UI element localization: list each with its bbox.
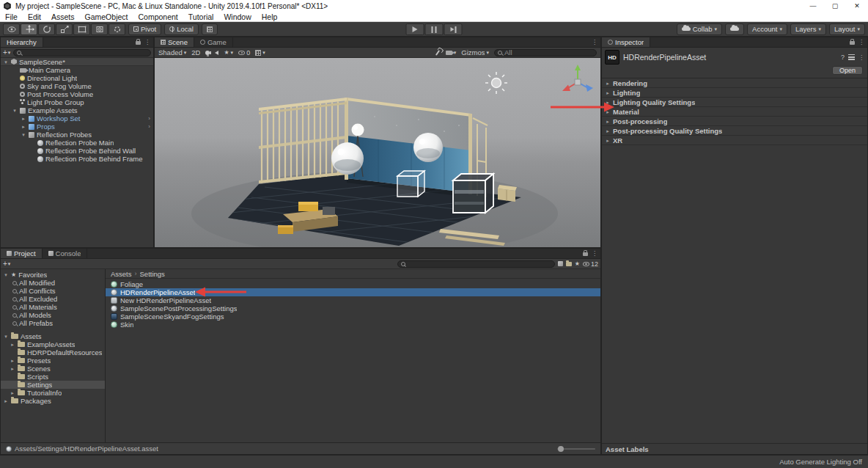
foldout-closed-icon[interactable]: ▸ <box>10 342 15 347</box>
minimize-button[interactable]: — <box>802 0 824 12</box>
kebab-menu-icon[interactable]: ⋮ <box>858 39 864 45</box>
tab-inspector[interactable]: Inspector <box>602 37 650 47</box>
scale-tool-button[interactable] <box>56 23 73 35</box>
menu-assets[interactable]: Assets <box>46 12 80 21</box>
tab-hierarchy[interactable]: Hierarchy <box>1 37 43 47</box>
help-icon[interactable]: ? <box>841 54 845 61</box>
component-tools-button[interactable] <box>435 50 441 56</box>
open-asset-button[interactable]: Open <box>832 66 863 75</box>
favorites-root[interactable]: ▾★Favorites <box>1 271 105 279</box>
file-samplesceneskyandfogsettings[interactable]: SampleSceneSkyandFogSettings <box>106 312 600 321</box>
inspector-section-rendering[interactable]: ▸Rendering <box>602 78 867 88</box>
file-skin[interactable]: Skin <box>106 321 600 329</box>
foldout-open-icon[interactable]: ▾ <box>21 132 26 137</box>
scene-effects-dropdown[interactable]: ★▾ <box>224 50 233 56</box>
rotate-tool-button[interactable] <box>38 23 55 35</box>
lock-icon[interactable] <box>850 41 855 45</box>
favorite-all-modified[interactable]: All Modified <box>1 279 105 287</box>
favorite-all-models[interactable]: All Models <box>1 311 105 319</box>
file-foliage[interactable]: Foliage <box>106 280 600 288</box>
hierarchy-item-light-probe-group[interactable]: ▸Light Probe Group <box>1 98 153 106</box>
file-new-hdrenderpipelineasset[interactable]: New HDRenderPipelineAsset <box>106 296 600 304</box>
file-hdrenderpipelineasset[interactable]: HDRenderPipelineAsset <box>106 288 600 296</box>
project-folder-exampleassets[interactable]: ▸ExampleAssets <box>1 340 105 348</box>
project-folder-hdrpdefaultresources[interactable]: ▸HDRPDefaultResources <box>1 348 105 357</box>
hierarchy-item-reflection-probe-behind-frame[interactable]: ▸Reflection Probe Behind Frame <box>1 155 153 163</box>
inspector-section-post-processing[interactable]: ▸Post-processing <box>602 117 867 126</box>
foldout-closed-icon[interactable]: ▸ <box>605 100 611 105</box>
rect-tool-button[interactable] <box>73 23 90 35</box>
hierarchy-item-example-assets[interactable]: ▾Example Assets <box>1 106 153 114</box>
scene-viewport[interactable] <box>155 58 600 247</box>
kebab-menu-icon[interactable]: ⋮ <box>592 39 597 45</box>
view-tool-button[interactable] <box>3 23 20 35</box>
grid-snap-button[interactable] <box>202 23 218 35</box>
foldout-closed-icon[interactable]: ▸ <box>21 124 26 129</box>
menu-component[interactable]: Component <box>133 12 183 21</box>
inspector-section-lighting[interactable]: ▸Lighting <box>602 88 867 98</box>
inspector-section-lighting-quality-settings[interactable]: ▸Lighting Quality Settings <box>602 98 867 107</box>
project-folder-presets[interactable]: ▸Presets <box>1 357 105 365</box>
thumbnail-zoom-slider[interactable] <box>557 443 595 454</box>
close-button[interactable]: ✕ <box>846 0 868 12</box>
foldout-closed-icon[interactable]: ▸ <box>605 128 611 134</box>
presets-icon[interactable] <box>848 54 855 60</box>
foldout-open-icon[interactable]: ▾ <box>3 272 9 277</box>
foldout-open-icon[interactable]: ▾ <box>3 334 9 339</box>
maximize-button[interactable]: ▢ <box>824 0 846 12</box>
layers-dropdown[interactable]: Layers▾ <box>790 23 826 35</box>
foldout-closed-icon[interactable]: ▸ <box>3 398 9 403</box>
auto-generate-lighting-toggle[interactable]: Auto Generate Lighting Off <box>779 458 862 466</box>
menu-edit[interactable]: Edit <box>23 12 46 21</box>
menu-gameobject[interactable]: GameObject <box>80 12 133 21</box>
draw-mode-dropdown[interactable]: Shaded▾ <box>158 48 186 56</box>
hierarchy-item-reflection-probe-main[interactable]: ▸Reflection Probe Main <box>1 139 153 147</box>
inspector-section-post-processing-quality-settings[interactable]: ▸Post-processing Quality Settings <box>602 126 867 136</box>
hierarchy-scene-row[interactable]: ▾ SampleScene* <box>1 58 153 66</box>
prefab-open-icon[interactable]: › <box>148 115 150 122</box>
breadcrumb-assets[interactable]: Assets <box>111 270 132 278</box>
inspector-section-xr[interactable]: ▸XR <box>602 136 867 145</box>
foldout-closed-icon[interactable]: ▸ <box>10 390 15 395</box>
save-search-button[interactable]: ★ <box>575 261 580 267</box>
project-folder-tutorialinfo[interactable]: ▸TutorialInfo <box>1 389 105 397</box>
search-by-label-button[interactable] <box>566 262 572 266</box>
foldout-closed-icon[interactable]: ▸ <box>605 109 611 114</box>
pivot-toggle[interactable]: Pivot <box>128 23 161 35</box>
scene-visibility-toggle[interactable]: 0 <box>238 49 250 56</box>
lock-icon[interactable] <box>136 41 141 45</box>
tab-console[interactable]: Console <box>43 249 88 258</box>
tab-scene[interactable]: Scene <box>155 37 194 47</box>
project-folder-scenes[interactable]: ▸Scenes <box>1 365 105 373</box>
favorite-all-excluded[interactable]: All Excluded <box>1 295 105 303</box>
menu-help[interactable]: Help <box>257 12 283 21</box>
hierarchy-item-workshop-set[interactable]: ▸Workshop Set› <box>1 114 153 123</box>
hidden-packages-toggle[interactable]: 12 <box>583 260 598 268</box>
foldout-closed-icon[interactable]: ▸ <box>10 358 15 363</box>
move-tool-button[interactable] <box>21 23 37 35</box>
foldout-open-icon[interactable]: ▾ <box>12 108 18 113</box>
hierarchy-item-main-camera[interactable]: ▸Main Camera <box>1 66 153 74</box>
favorite-all-conflicts[interactable]: All Conflicts <box>1 287 105 295</box>
hierarchy-item-reflection-probes[interactable]: ▾Reflection Probes <box>1 131 153 139</box>
scene-camera-dropdown[interactable]: ▾ <box>446 50 457 55</box>
step-button[interactable] <box>444 23 463 35</box>
foldout-closed-icon[interactable]: ▸ <box>605 81 611 86</box>
kebab-menu-icon[interactable]: ⋮ <box>858 54 864 61</box>
hierarchy-item-sky-fog-volume[interactable]: ▸Sky and Fog Volume <box>1 82 153 90</box>
favorite-all-materials[interactable]: All Materials <box>1 303 105 311</box>
foldout-closed-icon[interactable]: ▸ <box>21 116 26 121</box>
file-samplescenepostprocessingsettings[interactable]: SampleScenePostProcessingSettings <box>106 304 600 312</box>
toggle-2d-button[interactable]: 2D <box>191 48 200 56</box>
custom-tool-button[interactable] <box>108 23 125 35</box>
layout-dropdown[interactable]: Layout▾ <box>829 23 865 35</box>
asset-labels-section[interactable]: Asset Labels <box>602 443 867 454</box>
tab-project[interactable]: Project <box>1 249 43 258</box>
project-folder-settings[interactable]: ▸Settings <box>1 381 105 389</box>
foldout-closed-icon[interactable]: ▸ <box>605 138 611 143</box>
foldout-closed-icon[interactable]: ▸ <box>10 366 15 371</box>
packages-root[interactable]: ▸Packages <box>1 397 105 405</box>
menu-tutorial[interactable]: Tutorial <box>183 12 219 21</box>
local-toggle[interactable]: Local <box>164 23 199 35</box>
project-folder-scripts[interactable]: ▸Scripts <box>1 373 105 381</box>
